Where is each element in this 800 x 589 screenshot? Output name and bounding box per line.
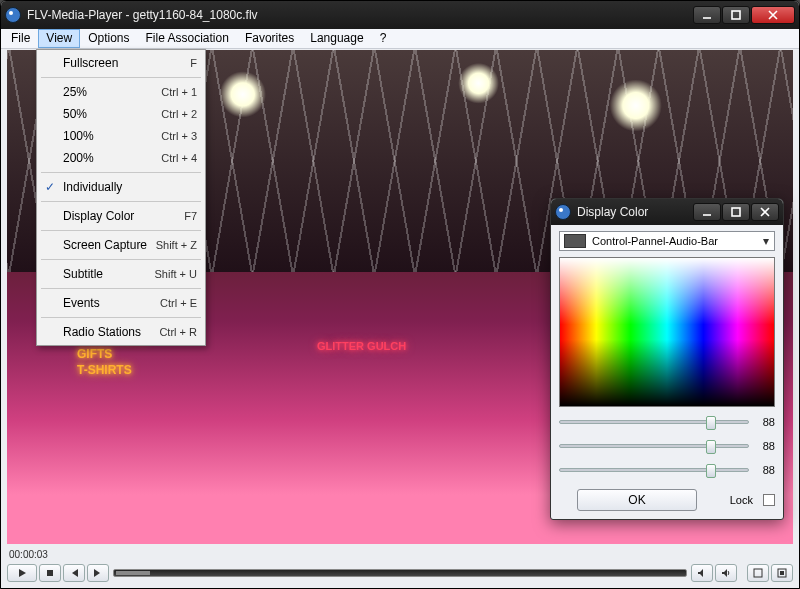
menu-item-label: 200% bbox=[63, 151, 94, 165]
slider-thumb[interactable] bbox=[706, 464, 716, 478]
menu-item-label: Events bbox=[63, 296, 100, 310]
color-target-combo[interactable]: Control-Pannel-Audio-Bar ▾ bbox=[559, 231, 775, 251]
view-menu-item-subtitle[interactable]: SubtitleShift + U bbox=[39, 263, 203, 285]
slider-track[interactable] bbox=[559, 444, 749, 448]
menu-item-label: 50% bbox=[63, 107, 87, 121]
color-spectrum[interactable] bbox=[559, 257, 775, 407]
close-button[interactable] bbox=[751, 6, 795, 24]
playback-time: 00:00:03 bbox=[9, 549, 48, 560]
menu-item-shortcut: Shift + U bbox=[155, 268, 198, 280]
maximize-button[interactable] bbox=[722, 6, 750, 24]
menu-item-label: 25% bbox=[63, 85, 87, 99]
view-menu-dropdown: FullscreenF25%Ctrl + 150%Ctrl + 2100%Ctr… bbox=[36, 49, 206, 346]
ok-button[interactable]: OK bbox=[577, 489, 697, 511]
minimize-button[interactable] bbox=[693, 6, 721, 24]
svg-rect-4 bbox=[780, 571, 784, 575]
menu-separator bbox=[41, 230, 201, 231]
window-title: FLV-Media-Player - getty1160-84_1080c.fl… bbox=[27, 8, 693, 22]
svg-rect-1 bbox=[47, 570, 53, 576]
menu-item-label: Radio Stations bbox=[63, 325, 141, 339]
dialog-minimize-button[interactable] bbox=[693, 203, 721, 221]
menu-options[interactable]: Options bbox=[80, 29, 137, 48]
slider-track[interactable] bbox=[559, 420, 749, 424]
menu-separator bbox=[41, 172, 201, 173]
dialog-title: Display Color bbox=[577, 205, 693, 219]
sign-text: GIFTS bbox=[77, 346, 148, 362]
color-slider-2: 88 bbox=[559, 461, 775, 479]
menu-item-label: Individually bbox=[63, 180, 122, 194]
slider-value: 88 bbox=[755, 416, 775, 428]
mute-button[interactable] bbox=[691, 564, 713, 582]
menu-file-association[interactable]: File Association bbox=[138, 29, 237, 48]
svg-rect-0 bbox=[732, 11, 740, 19]
view-menu-item-display-color[interactable]: Display ColorF7 bbox=[39, 205, 203, 227]
menu-item-shortcut: Ctrl + 4 bbox=[161, 152, 197, 164]
view-menu-item-individually[interactable]: Individually bbox=[39, 176, 203, 198]
stop-button[interactable] bbox=[39, 564, 61, 582]
menubar: FileViewOptionsFile AssociationFavorites… bbox=[1, 29, 799, 49]
view-menu-item-fullscreen[interactable]: FullscreenF bbox=[39, 52, 203, 74]
slider-thumb[interactable] bbox=[706, 416, 716, 430]
playlist-button[interactable] bbox=[747, 564, 769, 582]
menu-item-label: Display Color bbox=[63, 209, 134, 223]
menu-favorites[interactable]: Favorites bbox=[237, 29, 302, 48]
view-menu-item-screen-capture[interactable]: Screen CaptureShift + Z bbox=[39, 234, 203, 256]
slider-value: 88 bbox=[755, 464, 775, 476]
seek-bar[interactable] bbox=[113, 569, 687, 577]
menu-item-shortcut: Ctrl + 1 bbox=[161, 86, 197, 98]
main-titlebar[interactable]: FLV-Media-Player - getty1160-84_1080c.fl… bbox=[1, 1, 799, 29]
app-icon bbox=[555, 204, 571, 220]
menu--[interactable]: ? bbox=[372, 29, 395, 48]
slider-thumb[interactable] bbox=[706, 440, 716, 454]
menu-item-shortcut: Ctrl + 2 bbox=[161, 108, 197, 120]
slider-track[interactable] bbox=[559, 468, 749, 472]
volume-button[interactable] bbox=[715, 564, 737, 582]
color-slider-0: 88 bbox=[559, 413, 775, 431]
next-button[interactable] bbox=[87, 564, 109, 582]
view-menu-item-200-[interactable]: 200%Ctrl + 4 bbox=[39, 147, 203, 169]
menu-view[interactable]: View bbox=[38, 29, 80, 48]
lock-checkbox[interactable] bbox=[763, 494, 775, 506]
fullscreen-button[interactable] bbox=[771, 564, 793, 582]
menu-item-shortcut: Shift + Z bbox=[156, 239, 197, 251]
menu-file[interactable]: File bbox=[3, 29, 38, 48]
svg-rect-5 bbox=[732, 208, 740, 216]
slider-value: 88 bbox=[755, 440, 775, 452]
menu-item-label: Subtitle bbox=[63, 267, 103, 281]
menu-separator bbox=[41, 288, 201, 289]
app-icon bbox=[5, 7, 21, 23]
neon-sign-glitter: GLITTER GULCH bbox=[317, 340, 406, 352]
view-menu-item-25-[interactable]: 25%Ctrl + 1 bbox=[39, 81, 203, 103]
menu-separator bbox=[41, 77, 201, 78]
menu-item-shortcut: Ctrl + E bbox=[160, 297, 197, 309]
menu-language[interactable]: Language bbox=[302, 29, 371, 48]
combo-text: Control-Pannel-Audio-Bar bbox=[590, 235, 758, 247]
prev-button[interactable] bbox=[63, 564, 85, 582]
menu-separator bbox=[41, 317, 201, 318]
dialog-maximize-button[interactable] bbox=[722, 203, 750, 221]
combo-swatch bbox=[564, 234, 586, 248]
lock-label: Lock bbox=[730, 494, 753, 506]
view-menu-item-100-[interactable]: 100%Ctrl + 3 bbox=[39, 125, 203, 147]
sign-text: T-SHIRTS bbox=[77, 362, 148, 378]
menu-item-label: Screen Capture bbox=[63, 238, 147, 252]
color-slider-1: 88 bbox=[559, 437, 775, 455]
dialog-close-button[interactable] bbox=[751, 203, 779, 221]
menu-item-shortcut: F bbox=[190, 57, 197, 69]
dialog-titlebar[interactable]: Display Color bbox=[551, 199, 783, 225]
menu-item-shortcut: Ctrl + R bbox=[159, 326, 197, 338]
view-menu-item-events[interactable]: EventsCtrl + E bbox=[39, 292, 203, 314]
main-window: FLV-Media-Player - getty1160-84_1080c.fl… bbox=[0, 0, 800, 589]
menu-separator bbox=[41, 201, 201, 202]
view-menu-item-50-[interactable]: 50%Ctrl + 2 bbox=[39, 103, 203, 125]
menu-item-shortcut: Ctrl + 3 bbox=[161, 130, 197, 142]
menu-item-shortcut: F7 bbox=[184, 210, 197, 222]
control-bar: 00:00:03 bbox=[7, 548, 793, 582]
menu-item-label: 100% bbox=[63, 129, 94, 143]
chevron-down-icon: ▾ bbox=[758, 234, 774, 248]
play-button[interactable] bbox=[7, 564, 37, 582]
menu-separator bbox=[41, 259, 201, 260]
view-menu-item-radio-stations[interactable]: Radio StationsCtrl + R bbox=[39, 321, 203, 343]
display-color-dialog: Display Color Control-Pannel-Audio-Bar ▾… bbox=[550, 198, 784, 520]
svg-rect-2 bbox=[754, 569, 762, 577]
